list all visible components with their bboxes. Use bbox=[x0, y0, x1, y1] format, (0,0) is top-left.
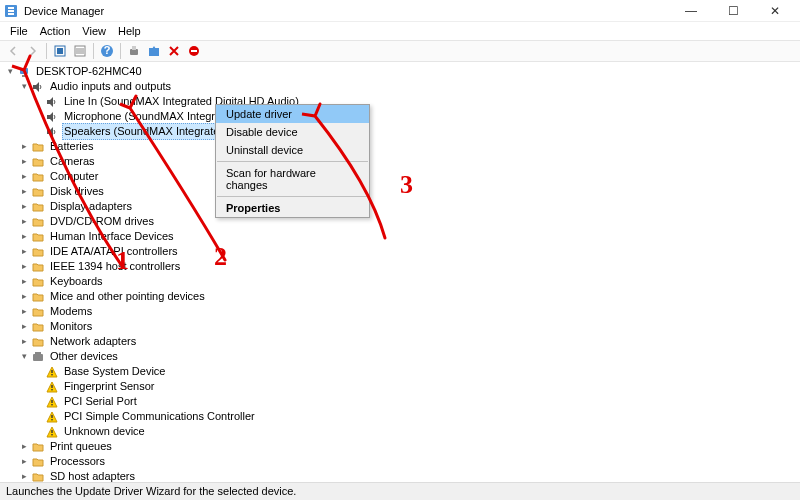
ctx-scan-hardware[interactable]: Scan for hardware changes bbox=[216, 164, 369, 194]
svg-rect-23 bbox=[51, 404, 52, 405]
expander-icon[interactable]: ▸ bbox=[18, 319, 30, 334]
scan-button[interactable] bbox=[125, 42, 143, 60]
category-item[interactable]: ▸Network adapters bbox=[4, 334, 800, 349]
expander-icon[interactable]: ▾ bbox=[18, 349, 30, 364]
svg-rect-25 bbox=[51, 419, 52, 420]
expander-icon[interactable]: ▸ bbox=[18, 304, 30, 319]
expander-icon[interactable]: ▸ bbox=[18, 229, 30, 244]
expander-icon[interactable]: ▸ bbox=[18, 274, 30, 289]
device-icon bbox=[31, 470, 45, 483]
expander-icon[interactable]: ▸ bbox=[18, 199, 30, 214]
category-item[interactable]: ▸Human Interface Devices bbox=[4, 229, 800, 244]
device-icon bbox=[31, 275, 45, 289]
category-other[interactable]: ▾Other devices bbox=[4, 349, 800, 364]
expander-icon[interactable]: ▸ bbox=[18, 184, 30, 199]
context-menu: Update driver Disable device Uninstall d… bbox=[215, 104, 370, 218]
category-item[interactable]: ▸IDE ATA/ATAPI controllers bbox=[4, 244, 800, 259]
tree-item-label: Disk drives bbox=[48, 184, 106, 199]
status-bar: Launches the Update Driver Wizard for th… bbox=[0, 482, 800, 500]
category-item[interactable]: ▸Keyboards bbox=[4, 274, 800, 289]
expander-icon[interactable]: ▸ bbox=[18, 154, 30, 169]
forward-button[interactable] bbox=[24, 42, 42, 60]
other-device[interactable]: Base System Device bbox=[4, 364, 800, 379]
other-device[interactable]: PCI Simple Communications Controller bbox=[4, 409, 800, 424]
tree-item-label: SD host adapters bbox=[48, 469, 137, 482]
other-device[interactable]: Fingerprint Sensor bbox=[4, 379, 800, 394]
category-item[interactable]: ▸Print queues bbox=[4, 439, 800, 454]
device-icon bbox=[31, 335, 45, 349]
minimize-button[interactable]: — bbox=[676, 2, 706, 20]
svg-rect-13 bbox=[191, 50, 197, 52]
tree-item-label: Keyboards bbox=[48, 274, 105, 289]
category-item[interactable]: ▸Mice and other pointing devices bbox=[4, 289, 800, 304]
svg-rect-26 bbox=[51, 430, 52, 433]
device-icon bbox=[31, 170, 45, 184]
tree-item-label: Audio inputs and outputs bbox=[48, 79, 173, 94]
svg-text:?: ? bbox=[104, 44, 111, 56]
category-item[interactable]: ▸Processors bbox=[4, 454, 800, 469]
maximize-button[interactable]: ☐ bbox=[718, 2, 748, 20]
audio-device[interactable]: Line In (SoundMAX Integrated Digital HD … bbox=[4, 94, 800, 109]
svg-rect-14 bbox=[20, 68, 28, 74]
ctx-disable-device[interactable]: Disable device bbox=[216, 123, 369, 141]
expander-icon[interactable]: ▸ bbox=[18, 454, 30, 469]
show-hidden-button[interactable] bbox=[51, 42, 69, 60]
expander-icon[interactable]: ▸ bbox=[18, 139, 30, 154]
svg-rect-22 bbox=[51, 400, 52, 403]
category-item[interactable]: ▸Computer bbox=[4, 169, 800, 184]
ctx-properties[interactable]: Properties bbox=[216, 199, 369, 217]
tree-item-label: Processors bbox=[48, 454, 107, 469]
disable-button[interactable] bbox=[165, 42, 183, 60]
category-item[interactable]: ▸Disk drives bbox=[4, 184, 800, 199]
device-icon bbox=[45, 110, 59, 124]
tree-item-label: Mice and other pointing devices bbox=[48, 289, 207, 304]
category-audio[interactable]: ▾Audio inputs and outputs bbox=[4, 79, 800, 94]
device-icon bbox=[45, 410, 59, 424]
category-item[interactable]: ▸Modems bbox=[4, 304, 800, 319]
tree-item-label: PCI Serial Port bbox=[62, 394, 139, 409]
device-icon bbox=[45, 125, 59, 139]
help-button[interactable]: ? bbox=[98, 42, 116, 60]
category-item[interactable]: ▸IEEE 1394 host controllers bbox=[4, 259, 800, 274]
menu-file[interactable]: File bbox=[4, 25, 34, 37]
device-tree[interactable]: ▾DESKTOP-62HMC40▾Audio inputs and output… bbox=[0, 62, 800, 482]
expander-icon[interactable]: ▸ bbox=[18, 214, 30, 229]
category-item[interactable]: ▸Display adapters bbox=[4, 199, 800, 214]
expander-icon[interactable]: ▸ bbox=[18, 439, 30, 454]
category-item[interactable]: ▸Monitors bbox=[4, 319, 800, 334]
update-button[interactable] bbox=[145, 42, 163, 60]
expander-icon[interactable]: ▸ bbox=[18, 289, 30, 304]
other-device[interactable]: PCI Serial Port bbox=[4, 394, 800, 409]
svg-rect-11 bbox=[149, 48, 159, 56]
device-icon bbox=[31, 155, 45, 169]
category-item[interactable]: ▸Batteries bbox=[4, 139, 800, 154]
close-button[interactable]: ✕ bbox=[760, 2, 790, 20]
audio-device[interactable]: Microphone (SoundMAX Integrated Digital … bbox=[4, 109, 800, 124]
expander-icon[interactable]: ▾ bbox=[4, 64, 16, 79]
category-item[interactable]: ▸DVD/CD-ROM drives bbox=[4, 214, 800, 229]
ctx-update-driver[interactable]: Update driver bbox=[216, 105, 369, 123]
root-node[interactable]: ▾DESKTOP-62HMC40 bbox=[4, 64, 800, 79]
ctx-uninstall-device[interactable]: Uninstall device bbox=[216, 141, 369, 159]
category-item[interactable]: ▸Cameras bbox=[4, 154, 800, 169]
other-device[interactable]: Unknown device bbox=[4, 424, 800, 439]
expander-icon[interactable]: ▸ bbox=[18, 259, 30, 274]
back-button[interactable] bbox=[4, 42, 22, 60]
menu-view[interactable]: View bbox=[76, 25, 112, 37]
menu-help[interactable]: Help bbox=[112, 25, 147, 37]
menu-action[interactable]: Action bbox=[34, 25, 77, 37]
audio-device[interactable]: Speakers (SoundMAX Integrated Digital HD… bbox=[4, 124, 800, 139]
expander-icon[interactable]: ▸ bbox=[18, 169, 30, 184]
expander-icon[interactable]: ▸ bbox=[18, 334, 30, 349]
expander-icon[interactable]: ▸ bbox=[18, 469, 30, 482]
tree-item-label: Human Interface Devices bbox=[48, 229, 176, 244]
expander-icon[interactable]: ▸ bbox=[18, 244, 30, 259]
tree-item-label: Other devices bbox=[48, 349, 120, 364]
tree-item-label: Base System Device bbox=[62, 364, 167, 379]
properties-button[interactable] bbox=[71, 42, 89, 60]
category-item[interactable]: ▸SD host adapters bbox=[4, 469, 800, 482]
device-icon bbox=[31, 80, 45, 94]
uninstall-button[interactable] bbox=[185, 42, 203, 60]
tree-item-label: DVD/CD-ROM drives bbox=[48, 214, 156, 229]
expander-icon[interactable]: ▾ bbox=[18, 79, 30, 94]
